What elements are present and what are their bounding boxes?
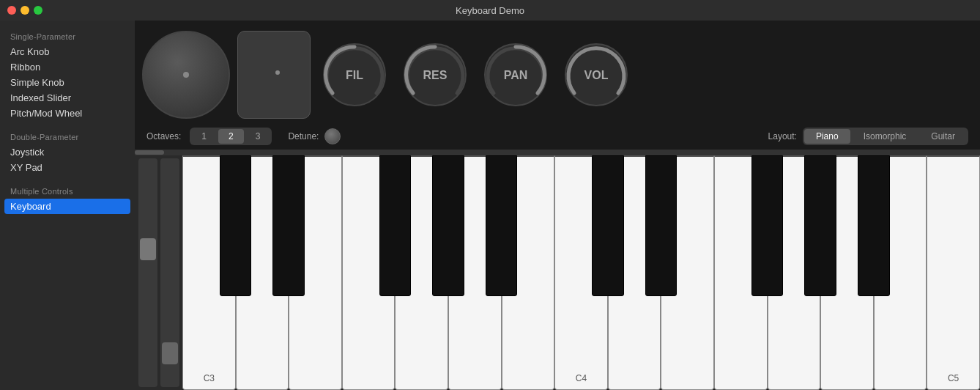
scroll-thumb[interactable] (135, 150, 164, 155)
white-key-C5[interactable]: C5 (927, 155, 980, 390)
pan-knob[interactable]: PAN (479, 38, 552, 111)
pitch-slider-thumb[interactable] (140, 238, 156, 260)
piano-keys: C3C4C5 (182, 155, 980, 390)
mod-slider-thumb[interactable] (162, 342, 178, 364)
pan-knob-svg: PAN (479, 38, 552, 111)
layout-section: Layout: Piano Isomorphic Guitar (768, 128, 968, 145)
sidebar-item-joystick[interactable]: Joystick (0, 144, 135, 160)
sidebar-item-keyboard[interactable]: Keyboard (4, 199, 130, 214)
sidebar: Single-Parameter Arc Knob Ribbon Simple … (0, 21, 135, 390)
note-label-C3: C3 (204, 373, 215, 383)
svg-text:PAN: PAN (504, 69, 528, 81)
sidebar-item-ribbon[interactable]: Ribbon (0, 59, 135, 75)
detune-label: Detune: (288, 131, 319, 141)
multiple-controls-label: Multiple Controls (0, 183, 135, 199)
black-key-Dsharp3[interactable] (272, 155, 305, 296)
piano-container: C3C4C5 (182, 155, 980, 390)
pitch-slider-track[interactable] (138, 158, 157, 387)
layout-isomorphic-btn[interactable]: Isomorphic (852, 129, 918, 144)
octave-1-btn[interactable]: 1 (191, 129, 217, 144)
fil-knob-svg: FIL (318, 38, 391, 111)
fil-knob[interactable]: FIL (318, 38, 391, 111)
res-knob-svg: RES (398, 38, 472, 111)
svg-text:VOL: VOL (584, 69, 609, 81)
controls-row: Octaves: 1 2 3 Detune: Layout: Piano Iso… (135, 125, 980, 150)
black-key-Csharp3[interactable] (220, 155, 252, 296)
double-param-label: Double-Parameter (0, 128, 135, 144)
black-key-Gsharp3[interactable] (432, 155, 464, 296)
layout-piano-btn[interactable]: Piano (804, 129, 850, 144)
vol-knob-svg: VOL (560, 38, 633, 111)
pan-knob-container: PAN (479, 38, 552, 111)
left-sliders (135, 155, 182, 390)
square-pad-dot (275, 70, 280, 75)
sidebar-item-arc-knob[interactable]: Arc Knob (0, 44, 135, 59)
res-knob-container: RES (398, 38, 472, 111)
octaves-label: Octaves: (146, 131, 181, 141)
octaves-segmented: 1 2 3 (190, 128, 272, 145)
layout-guitar-btn[interactable]: Guitar (919, 129, 967, 144)
minimize-button[interactable] (21, 6, 29, 15)
horizontal-scroll-strip[interactable] (135, 150, 980, 155)
content-area: FIL RES (135, 21, 980, 390)
black-key-Csharp4[interactable] (592, 155, 624, 296)
vol-knob[interactable]: VOL (560, 38, 633, 111)
octave-2-btn[interactable]: 2 (218, 129, 244, 144)
fil-knob-container: FIL (318, 38, 391, 111)
res-knob[interactable]: RES (398, 38, 472, 111)
keyboard-wrapper: C3C4C5 (182, 155, 980, 390)
big-knob-dot (183, 72, 189, 78)
octave-3-btn[interactable]: 3 (245, 129, 271, 144)
black-key-Dsharp4[interactable] (645, 155, 678, 296)
note-label-C5: C5 (948, 373, 959, 383)
svg-text:RES: RES (423, 69, 448, 81)
detune-section: Detune: (288, 128, 341, 144)
title-bar: Keyboard Demo (0, 0, 980, 21)
maximize-button[interactable] (34, 6, 42, 15)
svg-text:FIL: FIL (346, 69, 363, 81)
black-key-Fsharp3[interactable] (379, 155, 412, 296)
detune-knob[interactable] (324, 128, 341, 144)
single-param-label: Single-Parameter (0, 28, 135, 44)
sidebar-item-simple-knob[interactable]: Simple Knob (0, 75, 135, 90)
sidebar-item-indexed-slider[interactable]: Indexed Slider (0, 90, 135, 106)
black-key-Gsharp4[interactable] (804, 155, 836, 296)
sidebar-item-pitch-mod-wheel[interactable]: Pitch/Mod Wheel (0, 106, 135, 121)
layout-label: Layout: (768, 131, 797, 141)
square-pad[interactable] (237, 31, 311, 119)
window-title: Keyboard Demo (456, 5, 524, 16)
note-label-C4: C4 (576, 373, 587, 383)
top-controls: FIL RES (135, 21, 980, 125)
black-key-Asharp3[interactable] (486, 155, 518, 296)
black-key-Fsharp4[interactable] (751, 155, 784, 296)
vol-knob-container: VOL (560, 38, 633, 111)
main-layout: Single-Parameter Arc Knob Ribbon Simple … (0, 21, 980, 390)
layout-segmented: Piano Isomorphic Guitar (803, 128, 968, 145)
big-circular-knob[interactable] (142, 31, 230, 119)
close-button[interactable] (7, 6, 16, 15)
black-key-Asharp4[interactable] (858, 155, 890, 296)
traffic-lights (7, 6, 42, 15)
mod-slider-track[interactable] (160, 158, 179, 387)
keyboard-area: C3C4C5 (135, 155, 980, 390)
sidebar-item-xy-pad[interactable]: XY Pad (0, 160, 135, 175)
